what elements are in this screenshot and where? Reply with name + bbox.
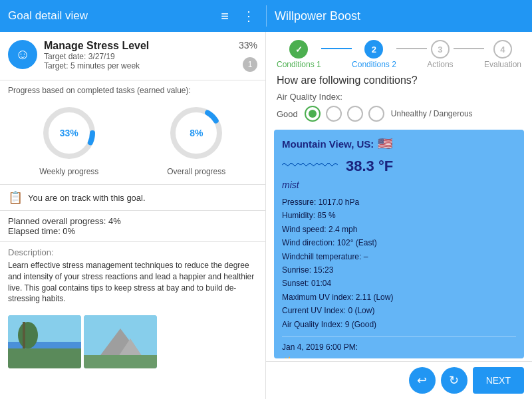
aqi-good-label: Good <box>277 109 298 119</box>
step-4-circle: 4 <box>493 40 512 59</box>
stepper: ✓ Conditions 1 2 Conditions 2 3 Actions … <box>266 32 532 74</box>
wind-dir: Wind direction: 102° (East) <box>282 236 516 249</box>
planned-progress: Planned overall progress: 4% Elapsed tim… <box>0 211 265 242</box>
charts-row: 33% Weekly progress 8% Overall progress <box>0 95 265 185</box>
weather-details: Pressure: 1017.0 hPa Humidity: 85 % Wind… <box>282 196 516 331</box>
step-line-3 <box>454 48 484 49</box>
step-3-label: Actions <box>427 60 453 69</box>
refresh-button[interactable]: ↻ <box>441 367 467 394</box>
step-1: ✓ Conditions 1 <box>277 40 321 69</box>
desc-label: Description: <box>8 247 257 257</box>
cloud-icon: ⛅ <box>282 354 299 358</box>
sunset: Sunset: 01:04 <box>282 277 516 290</box>
goal-badge: 1 <box>243 57 257 72</box>
forecast-desc: scattered clouds <box>340 357 403 358</box>
bottom-bar: ↩ ↻ NEXT <box>266 361 532 399</box>
step-1-circle: ✓ <box>289 40 308 59</box>
images-row <box>0 310 265 368</box>
progress-label: Progress based on completed tasks (earne… <box>0 80 265 95</box>
step-2-circle: 2 <box>364 40 383 59</box>
description-section: Description: Learn effective stress mana… <box>0 242 265 310</box>
weekly-chart: 33% Weekly progress <box>8 103 130 176</box>
location-text: Mountain View, US: <box>282 138 374 150</box>
forecast-row: Jan 4, 2019 6:00 PM: ⛅ 50.6 °F scattered… <box>282 336 516 358</box>
pressure: Pressure: 1017.0 hPa <box>282 196 516 209</box>
radio-2[interactable] <box>326 106 342 122</box>
left-header-title: Goal detail view <box>8 9 210 23</box>
overall-chart: 8% Overall progress <box>136 103 258 176</box>
weather-temp: 38.3 °F <box>346 158 393 175</box>
step-2-label: Conditions 2 <box>352 60 396 69</box>
svg-rect-5 <box>8 342 81 348</box>
svg-rect-6 <box>8 348 81 368</box>
forecast-item: ⛅ 50.6 °F scattered clouds <box>282 354 516 358</box>
planned-text: Planned overall progress: 4% <box>8 216 257 226</box>
max-uv: Maximum UV index: 2.11 (Low) <box>282 291 516 304</box>
aqi-bad-label: Unhealthy / Dangerous <box>391 109 473 118</box>
radio-1[interactable] <box>305 106 321 122</box>
left-header: Goal detail view ≡ ⋮ <box>0 5 266 27</box>
aqi-detail: Air Quality Index: 9 (Good) <box>282 318 516 331</box>
elapsed-text: Elapsed time: 0% <box>8 226 257 236</box>
current-uv: Current UV Index: 0 (Low) <box>282 304 516 317</box>
right-panel: ✓ Conditions 1 2 Conditions 2 3 Actions … <box>266 32 532 399</box>
weekly-caption: Weekly progress <box>39 167 98 176</box>
main-content: ☺ Manage Stress Level Target date: 3/27/… <box>0 32 532 399</box>
back-button[interactable]: ↩ <box>409 367 436 394</box>
weather-location: Mountain View, US: 🇺🇸 <box>282 136 516 151</box>
forecast-date: Jan 4, 2019 6:00 PM: <box>282 342 516 352</box>
overall-percent-label: 8% <box>190 128 203 138</box>
smiley-icon: ☺ <box>15 46 30 63</box>
goal-title: Manage Stress Level <box>44 40 233 52</box>
image-lake <box>8 315 81 368</box>
on-track-text: You are on track with this goal. <box>28 193 146 203</box>
step-3: 3 Actions <box>427 40 453 69</box>
more-icon[interactable]: ⋮ <box>239 5 258 27</box>
goal-info: Manage Stress Level Target date: 3/27/19… <box>44 40 233 70</box>
goal-target-date: Target date: 3/27/19 <box>44 52 233 61</box>
radio-3[interactable] <box>347 106 363 122</box>
forecast-temp: 50.6 °F <box>305 357 333 358</box>
on-track-section: 📋 You are on track with this goal. <box>0 185 265 211</box>
goal-icon: ☺ <box>8 40 37 69</box>
wind-speed: Wind speed: 2.4 mph <box>282 223 516 236</box>
image-mountain <box>84 315 157 368</box>
svg-rect-12 <box>84 355 157 368</box>
next-button[interactable]: NEXT <box>473 367 524 394</box>
aqi-section: Air Quality Index: Good Unhealthy / Dang… <box>266 92 532 127</box>
right-header-title: Willpower Boost <box>275 9 360 23</box>
svg-rect-8 <box>23 322 25 348</box>
windchill: Windchill temperature: – <box>282 250 516 263</box>
step-3-circle: 3 <box>431 40 450 59</box>
weekly-percent-label: 33% <box>60 128 78 138</box>
top-header: Goal detail view ≡ ⋮ Willpower Boost <box>0 0 532 32</box>
flag-icon: 🇺🇸 <box>378 136 392 151</box>
calendar-icon: 📋 <box>8 190 23 205</box>
overall-donut: 8% <box>166 103 226 163</box>
right-header: Willpower Boost <box>267 9 532 23</box>
sunrise: Sunrise: 15:23 <box>282 263 516 277</box>
how-question: How are following conditions? <box>266 74 532 92</box>
step-4: 4 Evaluation <box>484 40 521 69</box>
step-4-label: Evaluation <box>484 60 521 69</box>
list-icon[interactable]: ≡ <box>218 6 231 27</box>
back-icon: ↩ <box>417 373 427 388</box>
goal-header: ☺ Manage Stress Level Target date: 3/27/… <box>0 32 265 80</box>
step-line-1 <box>321 48 352 49</box>
svg-point-7 <box>18 322 38 348</box>
overall-caption: Overall progress <box>167 167 225 176</box>
step-2: 2 Conditions 2 <box>352 40 396 69</box>
radio-4[interactable] <box>368 106 384 122</box>
weather-wave-icon: 〰〰〰 <box>282 155 338 177</box>
goal-target-tasks: Target: 5 minutes per week <box>44 61 233 70</box>
goal-percent: 33% <box>239 40 257 51</box>
desc-text: Learn effective stress management techni… <box>8 260 257 305</box>
aqi-row: Good Unhealthy / Dangerous <box>277 106 521 122</box>
weather-card: Mountain View, US: 🇺🇸 〰〰〰 38.3 °F mist P… <box>274 130 524 358</box>
humidity: Humidity: 85 % <box>282 209 516 222</box>
radio-group <box>305 106 384 122</box>
step-1-label: Conditions 1 <box>277 60 321 69</box>
refresh-icon: ↻ <box>449 373 459 388</box>
weekly-donut: 33% <box>39 103 99 163</box>
weather-description: mist <box>282 180 516 190</box>
